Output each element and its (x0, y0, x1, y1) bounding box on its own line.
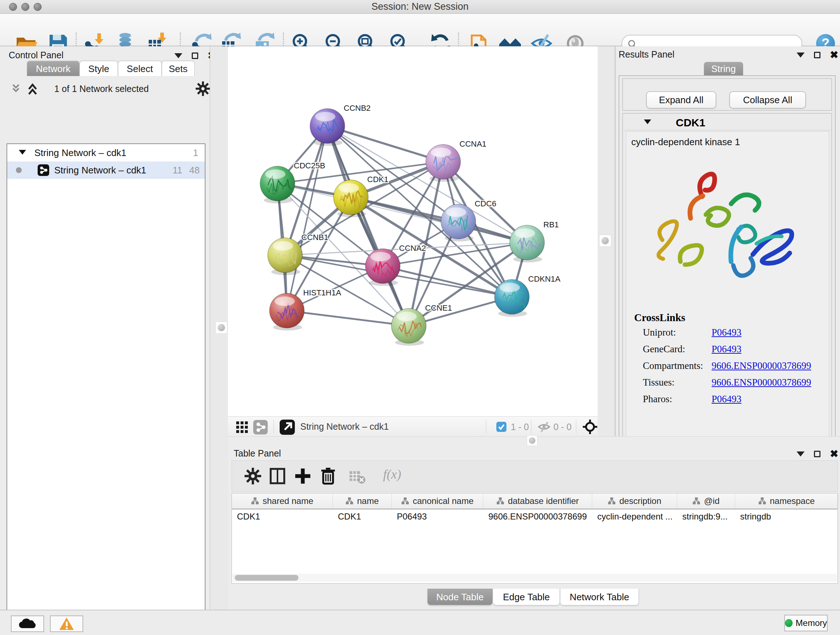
tab-node-table[interactable]: Node Table (427, 589, 493, 605)
hidden-eye-icon[interactable] (538, 421, 551, 432)
edge-CCNB2-CCNA1[interactable] (327, 126, 443, 162)
expand-all-icon[interactable] (27, 82, 42, 96)
table-panel: Table Panel ✖ (228, 446, 840, 610)
tab-select[interactable]: Select (118, 61, 162, 76)
panel-collapse-icon[interactable] (797, 451, 805, 456)
zoom-window-button[interactable] (34, 3, 42, 11)
table-cell[interactable]: CDK1 (333, 509, 392, 524)
panel-close-icon[interactable]: ✖ (830, 51, 838, 59)
network-row[interactable]: String Network – cdk1 11 48 (7, 162, 205, 179)
expand-all-button[interactable]: Expand All (646, 91, 716, 109)
table-header-row[interactable]: shared namenamecanonical namedatabase id… (232, 494, 837, 509)
column-header-description[interactable]: description (592, 494, 677, 509)
tab-string[interactable]: String (704, 62, 743, 76)
hidden-count: 0 - 0 (554, 422, 572, 432)
panel-float-icon[interactable] (192, 52, 198, 59)
column-header-canonical-name[interactable]: canonical name (392, 494, 483, 509)
panel-collapse-icon[interactable] (174, 53, 182, 58)
tab-edge-table[interactable]: Edge Table (493, 589, 560, 605)
node-table[interactable]: shared namenamecanonical namedatabase id… (232, 493, 838, 584)
tab-network-table[interactable]: Network Table (560, 589, 639, 605)
protein-structure-image (648, 153, 807, 305)
node-label-CCNA2: CCNA2 (399, 244, 426, 253)
network-share-icon (38, 165, 49, 176)
column-header-namespace[interactable]: namespace (735, 494, 838, 509)
table-toolbar: f(x) (232, 461, 838, 492)
node-CCNB2[interactable]: CCNB2 (310, 103, 371, 146)
table-cell[interactable]: P06493 (392, 509, 483, 524)
crosslink-value-link[interactable]: P06493 (712, 327, 742, 338)
table-horizontal-scrollbar[interactable] (233, 574, 837, 582)
column-header-database-identifier[interactable]: database identifier (483, 494, 592, 509)
fit-content-crosshair-icon[interactable] (583, 419, 598, 434)
show-columns-icon[interactable] (269, 467, 286, 485)
table-cell[interactable]: 9606.ENSP00000378699 (483, 509, 592, 524)
cloud-status-button[interactable] (11, 616, 44, 632)
left-splitter-handle[interactable] (215, 321, 227, 334)
table-cell[interactable]: CDK1 (232, 509, 333, 524)
edge-HIST1H1A-CCNE1[interactable] (287, 310, 409, 326)
right-splitter[interactable] (598, 46, 616, 436)
panel-float-icon[interactable] (814, 52, 821, 58)
open-in-window-icon[interactable] (279, 420, 295, 435)
network-tree-list: String Network – cdk1 1 String Network –… (6, 143, 205, 635)
status-bar: Memory (0, 610, 840, 635)
table-row[interactable]: CDK1CDK1P064939606.ENSP00000378699cyclin… (232, 509, 837, 524)
selected-checkbox-icon[interactable] (496, 422, 507, 432)
collapse-all-icon[interactable] (11, 83, 26, 96)
horizontal-splitter-handle[interactable] (527, 435, 538, 446)
panel-collapse-icon[interactable] (797, 52, 805, 57)
crosslink-value-link[interactable]: P06493 (712, 394, 742, 405)
column-header-shared-name[interactable]: shared name (232, 494, 333, 509)
minimize-window-button[interactable] (21, 3, 29, 11)
gene-sections-box: CDK1 cyclin-dependent kinase 1 (622, 113, 832, 453)
panel-float-icon[interactable] (814, 451, 821, 457)
table-gear-icon[interactable] (244, 467, 262, 485)
warning-status-button[interactable] (50, 616, 83, 632)
left-splitter[interactable] (210, 46, 228, 610)
column-type-icon (251, 497, 259, 505)
network-view-title: String Network – cdk1 (300, 421, 389, 432)
main-toolbar: ? (0, 14, 840, 46)
network-canvas[interactable]: CCNB2CCNA1CDC25BCDK1CDC6RB1CCNB1CCNA2CDK… (228, 46, 598, 416)
scrollbar-thumb[interactable] (235, 575, 298, 581)
results-panel-title: Results Panel (619, 49, 674, 60)
crosslink-label: Uniprot: (643, 327, 676, 338)
node-HIST1H1A[interactable]: HIST1H1A (270, 288, 341, 331)
close-window-button[interactable] (9, 3, 17, 11)
table-cell[interactable]: stringdb (735, 509, 838, 524)
crosslink-value-link[interactable]: P06493 (712, 344, 742, 355)
table-cell[interactable]: stringdb:9... (677, 509, 735, 524)
crosslink-value-link[interactable]: 9606.ENSP00000378699 (712, 360, 811, 371)
tab-network[interactable]: Network (27, 61, 80, 76)
table-cell[interactable]: cyclin-dependent ... (592, 509, 677, 524)
tab-sets[interactable]: Sets (162, 61, 195, 76)
node-CDK1[interactable]: CDK1 (333, 175, 388, 217)
grid-view-icon[interactable] (236, 421, 248, 433)
network-collection-row[interactable]: String Network – cdk1 1 (7, 144, 205, 162)
column-header-@id[interactable]: @id (677, 494, 735, 509)
crosslinks-heading: CrossLinks (634, 312, 685, 324)
tree-expand-icon[interactable] (19, 150, 26, 155)
gear-icon[interactable] (195, 81, 210, 96)
node-label-CDC6: CDC6 (475, 199, 496, 208)
right-splitter-handle[interactable] (599, 234, 611, 247)
memory-button[interactable]: Memory (784, 615, 828, 631)
add-column-icon[interactable] (294, 467, 311, 485)
edge-CDK1-RB1[interactable] (351, 197, 527, 242)
horizontal-splitter[interactable] (228, 436, 840, 446)
tab-style[interactable]: Style (80, 61, 118, 76)
delete-column-icon[interactable] (319, 467, 337, 485)
node-label-CDKN1A: CDKN1A (528, 274, 561, 283)
toolbar-separator (531, 420, 531, 433)
section-collapse-icon[interactable] (644, 119, 651, 124)
collapse-all-button[interactable]: Collapse All (729, 91, 806, 109)
crosslink-value-link[interactable]: 9606.ENSP00000378699 (712, 377, 811, 388)
panel-close-icon[interactable]: ✖ (830, 450, 838, 458)
crosslink-row: GeneCard:P06493 (643, 344, 824, 360)
column-header-name[interactable]: name (333, 494, 392, 509)
control-panel: Control Panel ✖ Network Style Select Set… (0, 46, 210, 610)
node-RB1[interactable]: RB1 (510, 220, 559, 263)
gene-section-header[interactable]: CDK1 (623, 114, 831, 130)
network-view-share-icon[interactable] (253, 420, 268, 434)
